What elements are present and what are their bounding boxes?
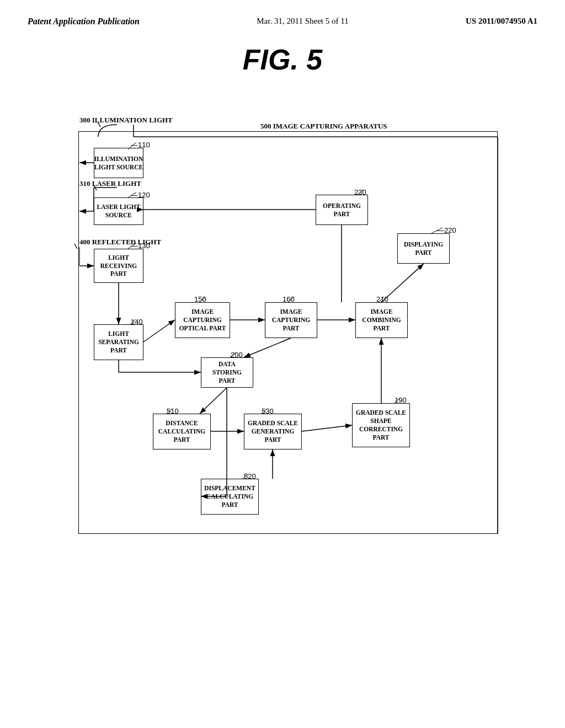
illumination-light-source-box: ILLUMINATION LIGHT SOURCE: [94, 148, 143, 178]
num-220: —220: [437, 226, 456, 234]
num-130: —130: [131, 242, 150, 250]
svg-line-28: [74, 244, 77, 249]
illumination-light-label: 300 ILLUMINATION LIGHT: [79, 116, 173, 125]
num-230: 230: [354, 188, 366, 196]
num-190: 190: [395, 396, 407, 404]
operating-part-box: OPERATING PART: [316, 195, 368, 225]
num-110: —110: [131, 141, 150, 149]
graded-scale-generating-part-box: GRADED SCALE GENERATING PART: [244, 414, 302, 449]
laser-light-source-box: LASER LIGHT SOURCE: [94, 197, 143, 225]
num-150: 150: [194, 295, 206, 303]
num-520: 520: [244, 472, 256, 480]
num-120: —120: [131, 191, 150, 199]
image-capturing-part-box: IMAGE CAPTURING PART: [265, 302, 317, 338]
figure-title: FIG. 5: [0, 43, 565, 76]
graded-scale-shape-correcting-part-box: GRADED SCALE SHAPE CORRECTING PART: [352, 403, 410, 447]
diagram-area: 300 ILLUMINATION LIGHT 500 IMAGE CAPTURI…: [45, 87, 520, 584]
sheet-info: Mar. 31, 2011 Sheet 5 of 11: [257, 17, 348, 26]
page-header: Patent Application Publication Mar. 31, …: [0, 0, 565, 26]
publication-label: Patent Application Publication: [28, 17, 140, 26]
num-160: 160: [282, 295, 295, 303]
num-210: 210: [376, 295, 388, 303]
num-140: 140: [131, 318, 143, 326]
light-separating-part-box: LIGHT SEPARATING PART: [94, 324, 143, 360]
data-storing-part-box: DATA STORING PART: [201, 357, 253, 388]
image-capturing-apparatus-label: 500 IMAGE CAPTURING APPARATUS: [260, 122, 387, 131]
image-combining-part-box: IMAGE COMBINING PART: [355, 302, 408, 338]
displaying-part-box: DISPLAYING PART: [397, 233, 450, 264]
num-530: 530: [262, 407, 274, 415]
light-receiving-part-box: LIGHT RECEIVING PART: [94, 249, 143, 283]
patent-number: US 2011/0074950 A1: [466, 17, 537, 26]
num-200: 200: [231, 351, 243, 359]
num-510: 510: [167, 407, 179, 415]
distance-calculating-part-box: DISTANCE CALCULATING PART: [153, 414, 211, 449]
image-capturing-optical-part-box: IMAGE CAPTURING OPTICAL PART: [175, 302, 230, 338]
displacement-calculating-part-box: DISPLACEMENT CALCULATING PART: [201, 479, 259, 515]
